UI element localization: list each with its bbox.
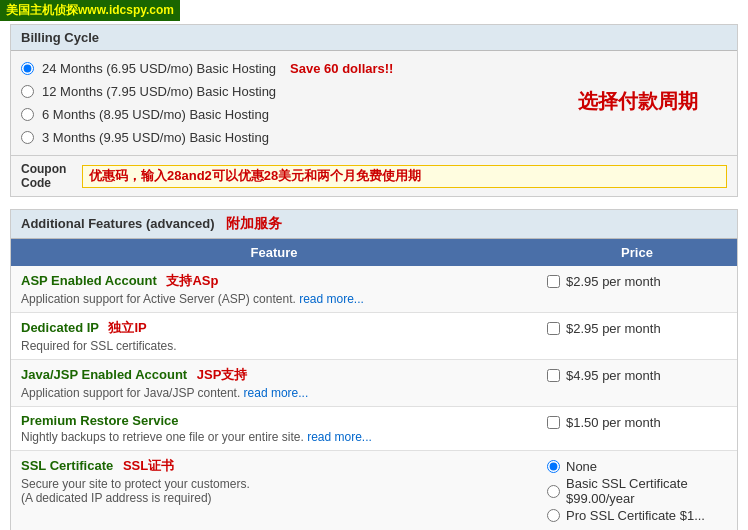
ssl-basic-line: Basic SSL Certificate $99.00/year <box>547 476 727 506</box>
features-table: Feature Price ASP Enabled Account 支持ASp … <box>11 239 737 530</box>
coupon-label: CouponCode <box>21 162 76 190</box>
feature-desc-restore: Nightly backups to retrieve one file or … <box>21 430 527 444</box>
asp-price-text: $2.95 per month <box>566 274 661 289</box>
feature-name-restore: Premium Restore Service <box>21 413 527 428</box>
price-cell-ssl: None Basic SSL Certificate $99.00/year P… <box>537 451 737 531</box>
ip-price-line: $2.95 per month <box>547 321 727 336</box>
price-cell-ip: $2.95 per month <box>537 313 737 360</box>
asp-checkbox[interactable] <box>547 275 560 288</box>
ssl-radio-pro[interactable] <box>547 509 560 522</box>
ssl-pro-label: Pro SSL Certificate $1... <box>566 508 705 523</box>
feature-cell-ssl: SSL Certificate SSL证书 Secure your site t… <box>11 451 537 531</box>
jsp-price-line: $4.95 per month <box>547 368 727 383</box>
billing-row-4: 3 Months (9.95 USD/mo) Basic Hosting <box>21 126 727 149</box>
feature-row-asp: ASP Enabled Account 支持ASp Application su… <box>11 266 737 313</box>
features-cn-label: 附加服务 <box>226 215 282 231</box>
coupon-row: CouponCode <box>11 155 737 196</box>
ssl-none-line: None <box>547 459 727 474</box>
billing-label-3: 6 Months (8.95 USD/mo) Basic Hosting <box>42 107 269 122</box>
billing-radio-2[interactable] <box>21 85 34 98</box>
billing-annotation: 选择付款周期 <box>578 88 698 115</box>
feature-name-ssl: SSL Certificate SSL证书 <box>21 457 527 475</box>
billing-radio-3[interactable] <box>21 108 34 121</box>
restore-checkbox[interactable] <box>547 416 560 429</box>
feature-desc-ip: Required for SSL certificates. <box>21 339 527 353</box>
billing-radio-1[interactable] <box>21 62 34 75</box>
features-title: Additional Features (advanced) <box>21 216 215 231</box>
price-cell-asp: $2.95 per month <box>537 266 737 313</box>
billing-label-2: 12 Months (7.95 USD/mo) Basic Hosting <box>42 84 276 99</box>
feature-desc-ssl: Secure your site to protect your custome… <box>21 477 527 505</box>
billing-row-1: 24 Months (6.95 USD/mo) Basic Hosting Sa… <box>21 57 727 80</box>
asp-read-more[interactable]: read more... <box>299 292 364 306</box>
coupon-input[interactable] <box>82 165 727 188</box>
features-section: Additional Features (advanced) 附加服务 Feat… <box>10 209 738 530</box>
feature-row-restore: Premium Restore Service Nightly backups … <box>11 407 737 451</box>
billing-section-header: Billing Cycle <box>11 25 737 51</box>
col-header-price: Price <box>537 239 737 266</box>
restore-read-more[interactable]: read more... <box>307 430 372 444</box>
feature-cell-restore: Premium Restore Service Nightly backups … <box>11 407 537 451</box>
ip-checkbox[interactable] <box>547 322 560 335</box>
ssl-pro-line: Pro SSL Certificate $1... <box>547 508 727 523</box>
jsp-checkbox[interactable] <box>547 369 560 382</box>
asp-price-line: $2.95 per month <box>547 274 727 289</box>
feature-row-ip: Dedicated IP 独立IP Required for SSL certi… <box>11 313 737 360</box>
feature-name-jsp: Java/JSP Enabled Account JSP支持 <box>21 366 527 384</box>
restore-price-text: $1.50 per month <box>566 415 661 430</box>
feature-desc-jsp: Application support for Java/JSP content… <box>21 386 527 400</box>
billing-save-1: Save 60 dollars!! <box>290 61 393 76</box>
feature-name-ip: Dedicated IP 独立IP <box>21 319 527 337</box>
ssl-basic-label: Basic SSL Certificate $99.00/year <box>566 476 727 506</box>
jsp-read-more[interactable]: read more... <box>244 386 309 400</box>
price-cell-restore: $1.50 per month <box>537 407 737 451</box>
jsp-price-text: $4.95 per month <box>566 368 661 383</box>
billing-label-4: 3 Months (9.95 USD/mo) Basic Hosting <box>42 130 269 145</box>
watermark-top: 美国主机侦探www.idcspy.com <box>0 0 180 21</box>
billing-radio-4[interactable] <box>21 131 34 144</box>
feature-row-ssl: SSL Certificate SSL证书 Secure your site t… <box>11 451 737 531</box>
feature-cell-ip: Dedicated IP 独立IP Required for SSL certi… <box>11 313 537 360</box>
feature-desc-asp: Application support for Active Server (A… <box>21 292 527 306</box>
features-section-header: Additional Features (advanced) 附加服务 <box>11 210 737 239</box>
feature-row-jsp: Java/JSP Enabled Account JSP支持 Applicati… <box>11 360 737 407</box>
feature-cell-asp: ASP Enabled Account 支持ASp Application su… <box>11 266 537 313</box>
ip-price-text: $2.95 per month <box>566 321 661 336</box>
restore-price-line: $1.50 per month <box>547 415 727 430</box>
ssl-radio-none[interactable] <box>547 460 560 473</box>
feature-cell-jsp: Java/JSP Enabled Account JSP支持 Applicati… <box>11 360 537 407</box>
billing-label-1: 24 Months (6.95 USD/mo) Basic Hosting <box>42 61 276 76</box>
col-header-feature: Feature <box>11 239 537 266</box>
price-cell-jsp: $4.95 per month <box>537 360 737 407</box>
feature-name-asp: ASP Enabled Account 支持ASp <box>21 272 527 290</box>
ssl-none-label: None <box>566 459 597 474</box>
ssl-radio-basic[interactable] <box>547 485 560 498</box>
